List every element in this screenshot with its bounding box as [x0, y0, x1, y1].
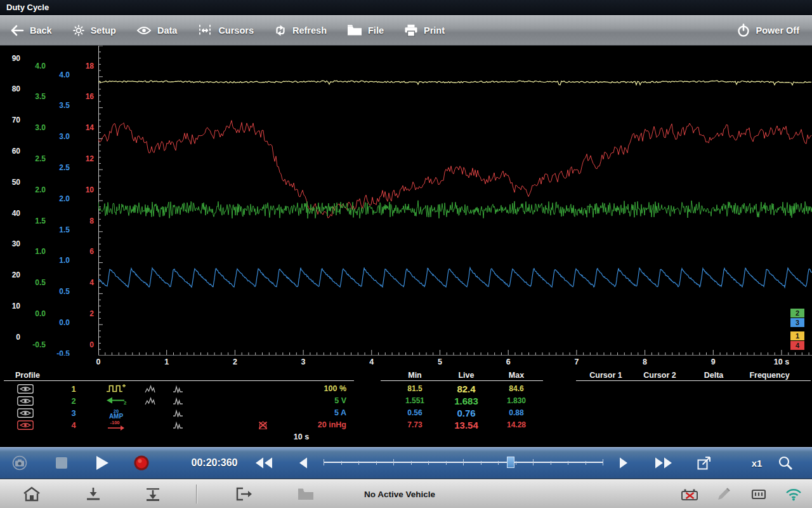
magnifier-button[interactable]: [778, 455, 793, 471]
x-axis-tick: 2: [216, 358, 254, 366]
channel-2-volts-tick: 3.5: [25, 91, 46, 102]
data-icon: [136, 25, 152, 36]
wifi-button[interactable]: [785, 487, 802, 501]
slider-tick: [358, 461, 359, 465]
channel-1-percent-tick: 40: [1, 208, 20, 219]
legend-channel-4: 4: [790, 341, 804, 350]
x-axis-tick: 6: [489, 358, 527, 366]
camera-button[interactable]: [10, 455, 29, 471]
channel-2-max: 1.830: [485, 395, 548, 407]
channel-1-percent-tick: 80: [1, 84, 20, 95]
channel-2-filter-icon[interactable]: [173, 397, 183, 405]
slider-tick: [603, 459, 603, 465]
resize-button[interactable]: [697, 455, 712, 471]
exit-button[interactable]: [235, 486, 253, 502]
svg-text:2: 2: [124, 400, 127, 405]
channel-2-probe-icon[interactable]: 2: [103, 396, 129, 405]
channel-4-trigger-off-icon[interactable]: [258, 420, 268, 430]
channel-4-display-toggle[interactable]: [17, 420, 34, 430]
channel-4-inhg-tick: 16: [77, 91, 94, 102]
step-forward-button[interactable]: [619, 457, 629, 469]
slider-tick: [463, 459, 464, 465]
channel-2-peak-icon[interactable]: [145, 397, 155, 405]
power-off-button[interactable]: Power Off: [726, 15, 809, 45]
slider-tick: [376, 461, 377, 465]
channel-1-peak-icon[interactable]: [145, 385, 155, 393]
file-label: File: [368, 25, 384, 36]
refresh-icon: [274, 24, 287, 37]
print-button[interactable]: Print: [394, 15, 455, 45]
channel-4-filter-icon[interactable]: [173, 421, 183, 429]
slider-tick: [586, 461, 586, 465]
channel-3-amps-tick: 0.0: [49, 318, 70, 328]
channel-3-amps-tick: 4.0: [49, 70, 70, 81]
channel-1-display-toggle[interactable]: [17, 384, 34, 394]
channel-2-volts-tick: 3.0: [25, 123, 46, 133]
probe-button: [716, 486, 733, 502]
channel-1-filter-icon[interactable]: [173, 385, 183, 393]
battery-fault-button[interactable]: [681, 487, 700, 501]
folder-button: [298, 487, 314, 500]
refresh-button[interactable]: Refresh: [264, 15, 337, 45]
profile-header: Profile: [15, 370, 40, 381]
slider-tick: [481, 461, 481, 465]
scope-plot[interactable]: [98, 46, 812, 356]
stop-button[interactable]: [56, 457, 67, 469]
channel-1-percent-tick: 20: [1, 270, 20, 281]
scale-top-button[interactable]: [85, 486, 102, 502]
playback-slider[interactable]: [324, 455, 603, 471]
slider-tick: [341, 461, 342, 465]
channel-4-inhg-tick: 12: [77, 154, 94, 164]
page-title: Duty Cycle: [6, 3, 49, 12]
channel-1-percent-tick: 30: [1, 239, 20, 250]
channel-4-inhg-tick: 10: [77, 185, 94, 196]
status-separator: [196, 485, 197, 504]
channel-3-display-toggle[interactable]: [17, 408, 34, 418]
home-button[interactable]: [23, 486, 41, 502]
x-axis-tick: 7: [558, 358, 596, 366]
channel-4-inhg-tick: 14: [77, 123, 94, 133]
setup-button[interactable]: Setup: [62, 15, 126, 45]
channel-2-volts-tick: 0.5: [25, 277, 46, 288]
channel-4-probe-icon[interactable]: -100: [103, 420, 129, 431]
channel-3-amps-tick: 1.0: [49, 255, 70, 266]
file-button[interactable]: File: [337, 15, 394, 45]
slider-thumb[interactable]: [507, 457, 514, 468]
header-underline: [576, 380, 811, 381]
play-button[interactable]: [96, 455, 109, 471]
print-label: Print: [424, 25, 445, 36]
channel-3-probe-icon[interactable]: 20AMP: [103, 408, 129, 419]
channel-3-scale: 5 A: [273, 407, 346, 419]
channel-2-volts-tick: 4.0: [25, 61, 46, 72]
channel-3-amps-tick: 3.0: [49, 131, 70, 142]
channel-4-inhg-tick: 0: [77, 340, 94, 351]
rewind-button[interactable]: [255, 457, 273, 469]
record-button[interactable]: [133, 455, 150, 471]
channel-2-display-toggle[interactable]: [17, 396, 34, 406]
step-back-button[interactable]: [298, 457, 308, 469]
fast-forward-button[interactable]: [655, 457, 672, 469]
x-axis-tick: 5: [421, 358, 459, 366]
legend-channel-1: 1: [790, 331, 804, 340]
scope-display[interactable]: 90807060504030201004.03.53.02.52.01.51.0…: [0, 46, 812, 356]
back-button[interactable]: Back: [0, 15, 62, 45]
channel-4-scale: 20 inHg: [273, 419, 346, 431]
channel-1-probe-icon[interactable]: [103, 384, 129, 394]
channel-3-number: 3: [66, 407, 81, 419]
header-underline: [381, 380, 543, 381]
channel-1-percent-tick: 90: [1, 53, 20, 64]
channel-4-inhg-tick: 4: [77, 277, 94, 288]
data-button[interactable]: Data: [126, 15, 187, 45]
slider-tick: [568, 461, 568, 465]
scale-bottom-button[interactable]: [145, 486, 161, 502]
playback-bar: 00:20:360 x1: [0, 447, 812, 479]
channel-1-max: 84.6: [485, 383, 548, 395]
connector-button[interactable]: [750, 487, 767, 501]
cursors-button[interactable]: Cursors: [187, 15, 264, 45]
channel-2-volts-tick: 1.0: [25, 246, 46, 257]
column-header-max: Max: [481, 370, 551, 381]
channel-3-filter-icon[interactable]: [173, 409, 183, 417]
cursors-label: Cursors: [218, 25, 254, 36]
cursors-icon: [197, 24, 213, 37]
slider-tick: [411, 461, 412, 465]
